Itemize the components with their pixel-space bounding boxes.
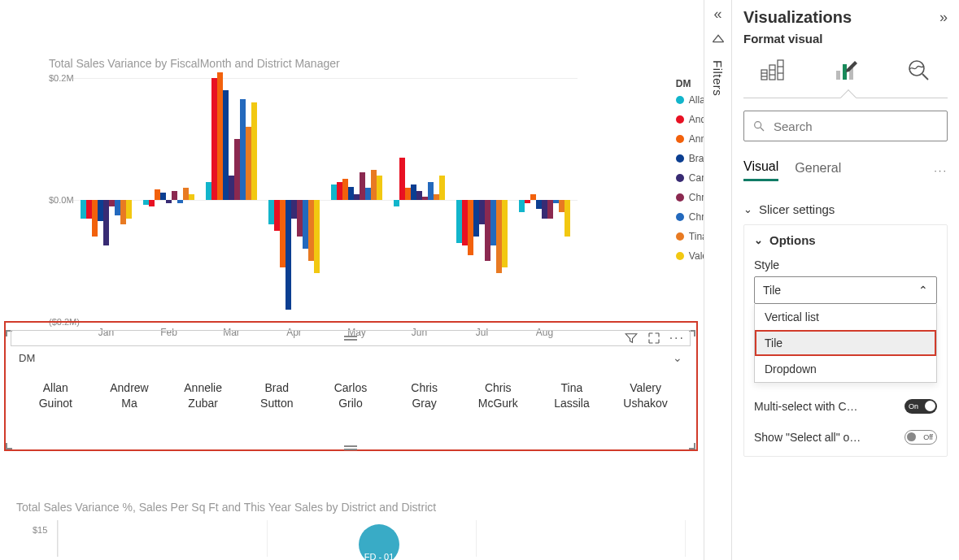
chevron-down-icon[interactable]: ⌄ xyxy=(673,351,682,364)
bar[interactable] xyxy=(530,194,536,201)
legend-item[interactable]: Valery Ushakov xyxy=(676,250,704,262)
bar[interactable] xyxy=(81,200,86,219)
slicer-tile[interactable]: AllanGuinot xyxy=(21,380,89,411)
bar[interactable] xyxy=(86,200,92,219)
tab-general[interactable]: General xyxy=(795,161,841,180)
bar[interactable] xyxy=(268,200,274,224)
bar[interactable] xyxy=(206,182,211,201)
bar[interactable] xyxy=(462,200,468,245)
bar[interactable] xyxy=(371,170,377,201)
filter-icon[interactable] xyxy=(624,331,639,345)
bar[interactable] xyxy=(365,188,371,200)
tab-visual[interactable]: Visual xyxy=(743,159,778,181)
legend-item[interactable]: Annelie Zubar xyxy=(676,133,704,145)
bar[interactable] xyxy=(405,188,411,200)
section-slicer-settings[interactable]: ⌄ Slicer settings xyxy=(743,202,948,216)
bar[interactable] xyxy=(485,200,490,261)
format-visual-icon[interactable] xyxy=(831,55,861,85)
bar[interactable] xyxy=(177,200,183,203)
bar[interactable] xyxy=(234,139,240,200)
drag-grip-icon[interactable] xyxy=(344,336,357,341)
multiselect-toggle[interactable]: On xyxy=(905,399,937,414)
bar[interactable] xyxy=(337,182,342,201)
bar[interactable] xyxy=(490,200,496,245)
bubble-fd01[interactable]: FD - 01 xyxy=(359,524,399,560)
slicer-tile[interactable]: TinaLassila xyxy=(538,380,606,411)
bar[interactable] xyxy=(434,194,439,201)
slicer-tile[interactable]: ChrisMcGurk xyxy=(464,380,532,411)
bar[interactable] xyxy=(547,200,553,219)
bar[interactable] xyxy=(394,200,399,206)
bar[interactable] xyxy=(274,200,280,231)
slicer-visual[interactable]: ··· DM ⌄ AllanGuinotAndrewMaAnnelieZubar… xyxy=(6,330,695,449)
bar[interactable] xyxy=(399,158,405,201)
bar[interactable] xyxy=(456,200,462,243)
bar[interactable] xyxy=(149,200,155,206)
legend-item[interactable]: Chris McGurk xyxy=(676,211,704,223)
legend-item[interactable]: Andrew Ma xyxy=(676,114,704,125)
bar[interactable] xyxy=(559,200,565,212)
bar[interactable] xyxy=(354,194,360,201)
bar[interactable] xyxy=(211,78,217,200)
bar[interactable] xyxy=(360,172,365,200)
slicer-tile[interactable]: AndrewMa xyxy=(95,380,163,411)
bar[interactable] xyxy=(519,200,525,212)
bar[interactable] xyxy=(496,200,502,273)
bar[interactable] xyxy=(98,200,103,221)
expand-icon[interactable]: » xyxy=(939,9,948,26)
bar[interactable] xyxy=(126,200,132,219)
bar[interactable] xyxy=(109,200,115,206)
bar[interactable] xyxy=(183,188,189,200)
more-options-icon[interactable]: ··· xyxy=(669,331,685,345)
bar[interactable] xyxy=(565,200,570,237)
slicer-tile[interactable]: ValeryUshakov xyxy=(612,380,680,411)
bar[interactable] xyxy=(160,193,166,200)
slicer-tile[interactable]: CarlosGrilo xyxy=(316,380,385,411)
legend-item[interactable]: Allan Guinot xyxy=(676,94,704,106)
chart2[interactable]: FD - 01 xyxy=(57,520,691,557)
bar[interactable] xyxy=(331,184,337,200)
bookmark-icon[interactable] xyxy=(710,33,726,49)
slicer-tile[interactable]: BradSutton xyxy=(242,380,311,411)
bar[interactable] xyxy=(439,176,445,200)
bar[interactable] xyxy=(246,127,251,200)
collapse-icon[interactable]: « xyxy=(713,7,721,21)
bar[interactable] xyxy=(416,191,422,200)
bar[interactable] xyxy=(291,200,297,219)
bar[interactable] xyxy=(229,176,234,200)
bar[interactable] xyxy=(115,200,120,215)
legend-item[interactable]: Carlos Grilo xyxy=(676,172,704,184)
bar[interactable] xyxy=(468,200,473,255)
bar[interactable] xyxy=(422,197,428,200)
bar[interactable] xyxy=(473,200,479,237)
bar[interactable] xyxy=(536,200,542,209)
bar[interactable] xyxy=(223,90,229,200)
bar[interactable] xyxy=(377,176,382,200)
bar[interactable] xyxy=(172,191,177,200)
bar[interactable] xyxy=(502,200,508,267)
bar[interactable] xyxy=(155,189,160,201)
slicer-tile[interactable]: AnnelieZubar xyxy=(169,380,238,411)
style-option-dropdown[interactable]: Dropdown xyxy=(755,356,936,382)
bar[interactable] xyxy=(251,102,257,200)
selectall-toggle[interactable]: Off xyxy=(905,430,937,445)
bar[interactable] xyxy=(553,200,559,203)
bar[interactable] xyxy=(120,200,126,224)
legend-item[interactable]: Tina Lassila xyxy=(676,231,704,242)
analytics-icon[interactable] xyxy=(904,55,933,85)
filters-pane-collapsed[interactable]: « Filters xyxy=(704,0,731,560)
bar[interactable] xyxy=(92,200,98,237)
drag-grip-icon[interactable] xyxy=(344,445,357,450)
build-visual-icon[interactable] xyxy=(758,55,787,85)
bar[interactable] xyxy=(428,182,434,201)
bar[interactable] xyxy=(314,200,320,273)
bar[interactable] xyxy=(240,99,246,200)
bar[interactable] xyxy=(342,179,348,200)
bar[interactable] xyxy=(166,200,172,203)
tab-more-icon[interactable]: ··· xyxy=(934,164,948,176)
slicer-tile[interactable]: ChrisGray xyxy=(390,380,459,411)
bar[interactable] xyxy=(103,200,109,245)
bar[interactable] xyxy=(143,200,149,205)
search-input[interactable] xyxy=(743,111,948,141)
bar[interactable] xyxy=(479,200,485,224)
